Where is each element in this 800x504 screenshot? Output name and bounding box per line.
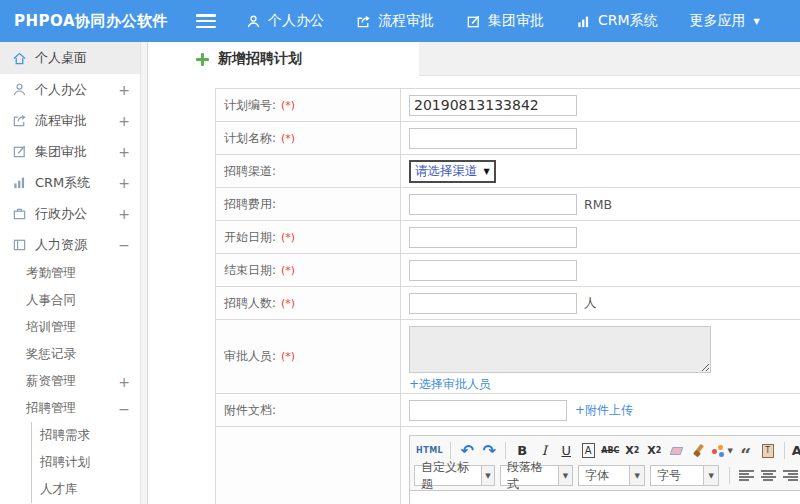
expand-toggle[interactable]: + xyxy=(118,113,130,129)
align-right-button[interactable] xyxy=(781,466,799,486)
quote-glyph: “ xyxy=(740,450,751,460)
sidebar-item-hr[interactable]: 人力资源 − xyxy=(0,229,147,260)
channel-select[interactable]: 请选择渠道 ▼ xyxy=(409,160,496,183)
sidebar-item-reward-punishment[interactable]: 奖惩记录 xyxy=(0,341,147,368)
strikethrough-button[interactable]: ABC xyxy=(601,441,619,461)
sidebar-item-label: 人力资源 xyxy=(35,236,87,254)
paste-text-button[interactable]: T xyxy=(759,441,777,461)
top-header: PHPOA协同办公软件 个人办公 流程审批 集团审批 CRM系统 更多应用 ▼ xyxy=(0,0,800,42)
start-date-input[interactable] xyxy=(409,227,577,248)
person-icon xyxy=(246,14,261,29)
fee-input[interactable] xyxy=(409,194,577,215)
align-right-icon xyxy=(783,470,798,481)
font-size-select[interactable]: 字号 ▼ xyxy=(650,465,719,486)
end-date-input[interactable] xyxy=(409,260,577,281)
nav-workflow-approval[interactable]: 流程审批 xyxy=(356,12,434,30)
html-source-button[interactable]: HTML xyxy=(416,441,443,461)
recruit-plan-form: 计划编号: (*) 计划名称: (*) 招聘渠道: xyxy=(215,88,800,504)
sidebar-item-recruit-demand[interactable]: 招聘需求 xyxy=(32,422,147,449)
nav-crm-system[interactable]: CRM系统 xyxy=(576,12,658,30)
subscript-button[interactable]: X2 xyxy=(645,441,663,461)
expand-toggle[interactable]: + xyxy=(118,206,130,222)
collapse-toggle[interactable]: − xyxy=(118,401,130,417)
italic-button[interactable]: I xyxy=(535,441,553,461)
sidebar-item-label: 行政办公 xyxy=(35,205,87,223)
sidebar-item-personal-office[interactable]: 个人办公 + xyxy=(0,74,147,105)
nav-more-apps[interactable]: 更多应用 ▼ xyxy=(690,12,760,30)
sup-exp: 2 xyxy=(634,446,640,455)
approver-textarea[interactable] xyxy=(409,326,711,373)
expand-toggle[interactable]: + xyxy=(118,82,130,98)
superscript-button[interactable]: X2 xyxy=(623,441,641,461)
top-nav: 个人办公 流程审批 集团审批 CRM系统 更多应用 ▼ xyxy=(246,12,792,30)
sidebar-item-talent-pool[interactable]: 人才库 xyxy=(32,476,147,503)
format-clear-button[interactable]: ▼ xyxy=(711,441,732,461)
nav-group-approval[interactable]: 集团审批 xyxy=(466,12,544,30)
sidebar-item-workflow-approval[interactable]: 流程审批 + xyxy=(0,105,147,136)
select-approver-link[interactable]: +选择审批人员 xyxy=(409,376,491,393)
font-color-button[interactable]: A▼ xyxy=(792,441,800,461)
font-family-select[interactable]: 字体 ▼ xyxy=(578,465,645,486)
sidebar-item-attendance[interactable]: 考勤管理 xyxy=(0,260,147,287)
label-text: 开始日期: xyxy=(224,229,276,246)
app-window: PHPOA协同办公软件 个人办公 流程审批 集团审批 CRM系统 更多应用 ▼ xyxy=(0,0,800,504)
sidebar-scrollbar[interactable] xyxy=(140,42,147,504)
nav-label: 流程审批 xyxy=(378,12,434,30)
sidebar-item-crm[interactable]: CRM系统 + xyxy=(0,167,147,198)
hamburger-icon[interactable] xyxy=(196,14,216,28)
required-mark: (*) xyxy=(281,132,295,145)
sidebar-item-salary[interactable]: 薪资管理 + xyxy=(0,368,147,395)
form-row-channel: 招聘渠道: 请选择渠道 ▼ xyxy=(216,155,800,188)
headcount-input[interactable] xyxy=(409,293,577,314)
plan-no-input[interactable] xyxy=(409,95,577,116)
required-mark: (*) xyxy=(281,297,295,310)
blockquote-button[interactable]: “ xyxy=(737,441,755,461)
expand-toggle[interactable]: + xyxy=(118,175,130,191)
sidebar-item-hr-contract[interactable]: 人事合同 xyxy=(0,287,147,314)
sidebar-item-recruitment[interactable]: 招聘管理 − xyxy=(0,395,147,422)
undo-button[interactable]: ↶ xyxy=(458,441,476,461)
redo-button[interactable]: ↷ xyxy=(480,441,498,461)
field-label: 招聘人数: (*) xyxy=(216,287,401,319)
expand-toggle[interactable]: + xyxy=(118,144,130,160)
hr-submenu: 考勤管理 人事合同 培训管理 奖惩记录 薪资管理 + 招聘管理 − xyxy=(0,260,147,422)
font-style-button[interactable]: A xyxy=(582,443,595,458)
caret-down-icon: ▼ xyxy=(629,466,644,485)
chart-icon xyxy=(576,14,591,29)
sidebar-item-group-approval[interactable]: 集团审批 + xyxy=(0,136,147,167)
align-left-button[interactable] xyxy=(737,466,755,486)
form-row-approver: 审批人员: (*) +选择审批人员 xyxy=(216,320,800,394)
paragraph-format-select[interactable]: 段落格式 ▼ xyxy=(500,465,573,486)
sidebar-item-recruit-plan[interactable]: 招聘计划 xyxy=(32,449,147,476)
sidebar-item-admin-office[interactable]: 行政办公 + xyxy=(0,198,147,229)
palette-icon xyxy=(711,444,724,457)
field-label: 招聘费用: xyxy=(216,188,401,220)
field-label: 计划名称: (*) xyxy=(216,122,401,154)
book-icon xyxy=(12,237,27,252)
eraser-button[interactable] xyxy=(667,441,685,461)
format-brush-button[interactable] xyxy=(689,441,707,461)
align-center-button[interactable] xyxy=(759,466,777,486)
label-text: 审批人员: xyxy=(224,348,276,365)
plan-name-input[interactable] xyxy=(409,128,577,149)
collapse-toggle[interactable]: − xyxy=(118,237,130,253)
expand-toggle[interactable]: + xyxy=(118,374,130,390)
sidebar-item-training[interactable]: 培训管理 xyxy=(0,314,147,341)
nav-personal-office[interactable]: 个人办公 xyxy=(246,12,324,30)
underline-button[interactable]: U xyxy=(557,441,575,461)
attachment-input[interactable] xyxy=(409,400,567,421)
sidebar-item-label: 招聘管理 xyxy=(26,400,76,417)
sidebar-item-desktop[interactable]: 个人桌面 xyxy=(0,42,147,74)
label-text: 招聘费用: xyxy=(224,196,276,213)
editor-content-area[interactable] xyxy=(409,491,800,504)
tab-bar: 新增招聘计划 xyxy=(149,42,800,76)
tab-new-recruit-plan[interactable]: 新增招聘计划 xyxy=(149,42,419,76)
fee-unit: RMB xyxy=(584,197,612,212)
bold-button[interactable]: B xyxy=(513,441,531,461)
toolbar-separator xyxy=(784,442,785,459)
rich-text-editor: HTML ↶ ↷ B I U A ABC X2 xyxy=(409,435,800,504)
field-label: 招聘渠道: xyxy=(216,155,401,187)
custom-title-select[interactable]: 自定义标题 ▼ xyxy=(414,465,495,486)
required-mark: (*) xyxy=(281,350,295,363)
attachment-upload-link[interactable]: +附件上传 xyxy=(575,402,633,419)
